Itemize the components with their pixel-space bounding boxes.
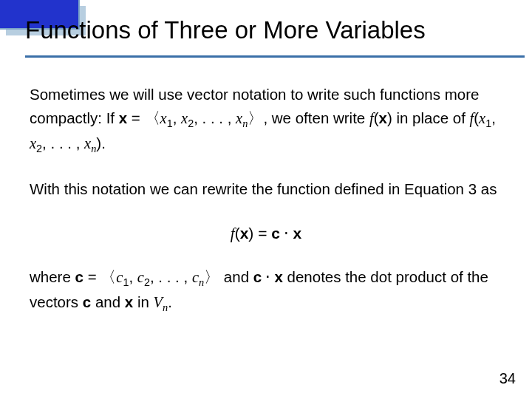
text: where [30,268,75,285]
sub: 1 [167,117,173,129]
text: in [133,293,153,310]
text: ). [96,134,106,151]
dot-operator: ⋅ [280,225,293,242]
langle: 〈 [145,110,160,126]
vector-c: c [271,225,280,242]
var-x: x [479,110,485,126]
var-V: V [154,294,163,310]
var-x: x [181,110,188,126]
var-c: c [192,269,199,285]
vector-c: c [83,293,91,310]
paragraph-1: Sometimes we will use vector notation to… [30,83,502,157]
text: and [219,268,253,285]
paragraph-2: With this notation we can rewrite the fu… [30,177,502,201]
text: , . . . , [194,109,236,126]
text: With this notation we can rewrite the fu… [30,180,497,197]
text: . [168,293,172,310]
var-x: x [84,135,91,151]
var-c: c [137,269,144,285]
slide-body: Sometimes we will use vector notation to… [30,83,502,336]
langle: 〈 [100,269,116,285]
text: = [253,225,271,242]
slide-title: Functions of Three or More Variables [25,16,426,44]
text: ( [235,225,240,242]
sub: 2 [144,276,150,288]
sub: 1 [485,117,491,129]
vector-x: x [378,109,386,126]
text: = [127,109,144,126]
text: , [173,109,181,126]
rangle: 〉 [248,110,263,126]
vector-c: c [75,268,83,285]
text: = [83,268,100,285]
text: , we often write [263,109,369,126]
vector-c: c [253,268,262,285]
rangle: 〉 [204,269,219,285]
dot-operator: ⋅ [262,269,274,285]
vector-x: x [240,225,249,242]
text: , . . . , [42,134,84,151]
text: and [91,293,125,310]
var-x: x [160,110,167,126]
vector-x: x [125,293,133,310]
var-x: x [236,110,242,126]
text: in place of [392,109,470,126]
text: , [491,109,496,126]
sub: 2 [188,117,194,129]
vector-x: x [119,109,127,126]
sub: 2 [36,143,42,154]
text: , [129,268,137,285]
paragraph-3: where c = 〈c1, c2, . . . , cn〉 and c ⋅ x… [30,265,502,316]
vector-x: x [293,225,301,242]
var-x: x [30,135,36,151]
page-number: 34 [499,370,516,387]
vector-x: x [274,268,282,285]
text: , . . . , [150,268,192,285]
equation-display: f(x) = c ⋅ x [30,222,502,246]
text: ) [387,109,392,126]
